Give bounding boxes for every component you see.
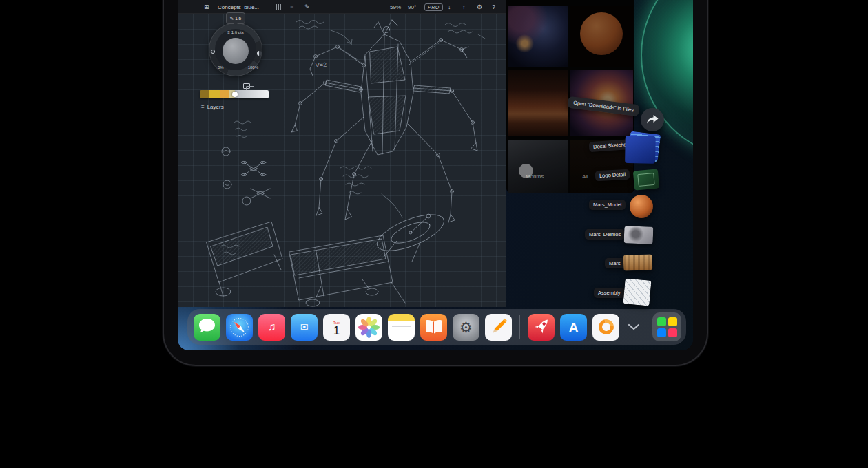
tool-wheel-thumb[interactable] xyxy=(223,38,249,64)
mini-app-green xyxy=(657,317,666,326)
drag-thumb-mars-model[interactable] xyxy=(628,193,655,220)
mini-app-yellow xyxy=(668,317,677,326)
tool-wheel[interactable]: ≡ 1.6 pts 0% 100% ✎ 1.6 xyxy=(209,23,262,76)
precision-grid-icon[interactable] xyxy=(276,0,282,14)
mini-app-blue xyxy=(657,328,666,337)
pen-tool-icon[interactable]: ✎ xyxy=(304,0,310,14)
layers-menu-icon: ≡ xyxy=(201,104,205,110)
pro-badge[interactable]: PRO xyxy=(424,0,443,14)
swatch-orange[interactable] xyxy=(220,90,229,98)
forward-arrow-icon xyxy=(646,115,659,125)
dock: ♫ ✉ Tue 1 xyxy=(187,309,686,345)
app-store-a: A xyxy=(569,321,579,334)
messages-app-icon[interactable] xyxy=(194,314,220,341)
open-book-icon xyxy=(420,314,447,341)
ipad-screen: V=2 ⊞ Concepts_blue... ≡ ✎ 59% 90° PRO ↓… xyxy=(178,0,693,350)
size-menu-icon: ≡ xyxy=(227,30,230,34)
settings-gear-icon[interactable]: ⚙ xyxy=(477,0,482,14)
document-title[interactable]: Concepts_blue... xyxy=(218,0,259,14)
dock-divider xyxy=(519,315,520,339)
app-store-app-icon[interactable]: A xyxy=(560,314,587,341)
drag-item-label[interactable]: Mars_Model xyxy=(589,200,626,210)
drag-thumb-mars[interactable] xyxy=(623,254,653,270)
app-library-icon[interactable] xyxy=(652,312,681,341)
drag-item-label[interactable]: Mars xyxy=(605,258,625,268)
music-app-icon[interactable]: ♫ xyxy=(258,314,285,341)
layers-label: Layers xyxy=(207,104,224,110)
brush-size-knob[interactable]: ✎ 1.6 xyxy=(226,12,245,24)
drag-thumb-logo-detail[interactable] xyxy=(633,169,659,190)
calendar-app-icon[interactable]: Tue 1 xyxy=(323,314,350,341)
drag-thumb-assembly[interactable] xyxy=(623,278,651,306)
layers-panel-header[interactable]: ≡ Layers xyxy=(201,104,224,110)
pro-badge-label: PRO xyxy=(424,3,443,11)
brush-size-value: 1.6 pts xyxy=(231,30,244,34)
compass-icon xyxy=(226,314,253,341)
concepts-toolbar: ⊞ Concepts_blue... ≡ ✎ 59% 90° PRO ↓ ↑ ⚙… xyxy=(178,0,506,14)
chat-bubble-icon xyxy=(194,314,220,341)
pencil-icon xyxy=(485,314,512,341)
drag-item-label[interactable]: Mars_Deimos xyxy=(585,229,625,240)
envelope-icon: ✉ xyxy=(300,322,309,332)
notes-line xyxy=(392,326,411,327)
gear-icon: ⚙ xyxy=(459,320,473,334)
import-icon[interactable]: ↓ xyxy=(448,0,451,14)
tab-months[interactable]: Months xyxy=(526,173,544,180)
export-share-icon[interactable]: ↑ xyxy=(462,0,466,14)
zoom-level[interactable]: 59% xyxy=(390,0,401,14)
sketch-app-icon[interactable] xyxy=(485,314,512,341)
drag-thumb-mars-deimos[interactable] xyxy=(624,226,654,244)
share-forward-button[interactable] xyxy=(641,108,664,131)
swatch-yellow[interactable] xyxy=(209,90,220,98)
swatch-handle[interactable] xyxy=(232,92,238,97)
drag-item-label[interactable]: Logo Detail xyxy=(595,169,630,182)
drag-item-label[interactable]: Assembly xyxy=(594,288,625,298)
calendar-day: 1 xyxy=(333,325,340,337)
pen-nib-icon: ✎ xyxy=(230,16,234,21)
rotation-angle[interactable]: 90° xyxy=(408,0,416,14)
music-note-icon: ♫ xyxy=(268,321,276,332)
opacity-min-label: 0% xyxy=(218,65,224,70)
settings-app-icon[interactable]: ⚙ xyxy=(453,314,479,341)
mail-app-icon[interactable]: ✉ xyxy=(291,314,318,341)
flower-icon xyxy=(355,314,382,341)
help-icon[interactable]: ? xyxy=(492,0,495,14)
opacity-max-label: 100% xyxy=(248,65,258,70)
swatch-dark-yellow[interactable] xyxy=(200,90,209,98)
canvas-annotation: V=2 xyxy=(315,61,327,69)
reference-cards-icon[interactable] xyxy=(243,83,250,89)
brush-size-knob-value: 1.6 xyxy=(235,16,241,21)
stage: V=2 ⊞ Concepts_blue... ≡ ✎ 59% 90° PRO ↓… xyxy=(0,0,868,468)
orange-c-app-icon[interactable] xyxy=(592,314,619,341)
safari-app-icon[interactable] xyxy=(226,314,253,341)
contrast-icon[interactable] xyxy=(257,51,262,56)
orange-ring-icon xyxy=(595,317,616,337)
dock-collapse-chevron[interactable] xyxy=(625,320,643,334)
notes-app-icon[interactable] xyxy=(388,314,415,341)
chevron-down-icon xyxy=(628,323,640,330)
swatch-gradient[interactable] xyxy=(235,90,269,98)
brush-icon[interactable] xyxy=(211,50,215,54)
mini-app-pink xyxy=(668,328,677,337)
rocket-icon xyxy=(528,314,555,341)
drag-thumb-decal-sketches[interactable] xyxy=(628,131,661,162)
books-app-icon[interactable] xyxy=(420,314,447,341)
corner-grid-icon[interactable]: ⊞ xyxy=(204,0,209,14)
rocket-app-icon[interactable] xyxy=(528,314,555,341)
brush-size-label: ≡ 1.6 pts xyxy=(227,30,244,34)
photos-app-icon[interactable] xyxy=(355,314,382,341)
tab-all[interactable]: All xyxy=(582,173,588,180)
menu-icon[interactable]: ≡ xyxy=(290,0,293,14)
concepts-app-window: V=2 ⊞ Concepts_blue... ≡ ✎ 59% 90° PRO ↓… xyxy=(178,0,506,307)
